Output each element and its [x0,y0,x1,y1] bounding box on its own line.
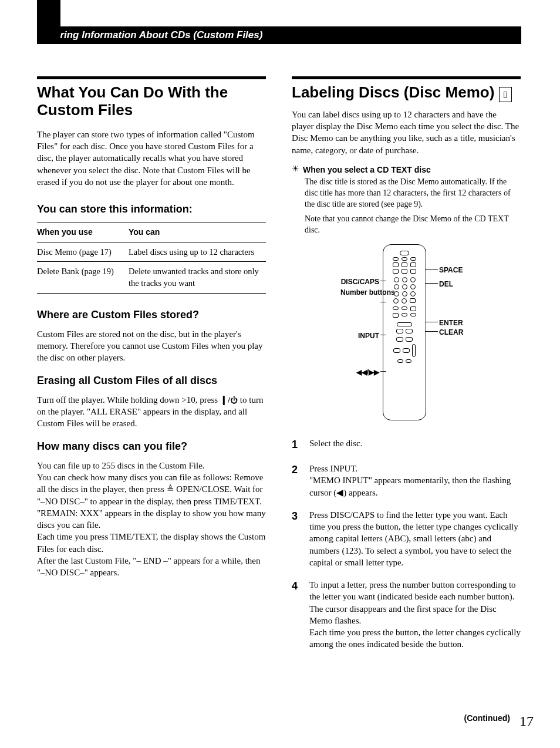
remote-control-icon: ▯ [499,87,512,102]
erasing-heading: Erasing all Custom Files of all discs [37,373,266,388]
diagram-label-input: INPUT [352,331,379,341]
steps-list: 1 Select the disc. 2 Press INPUT. "MEMO … [292,437,521,651]
table-cell: Disc Memo (page 17) [37,242,129,261]
diagram-label-enter: ENTER [439,318,463,328]
power-prefix: ❙/ [220,395,230,405]
tip-row: ☀ When you select a CD TEXT disc [292,164,521,176]
tip-body-2: Note that you cannot change the Disc Mem… [305,214,521,236]
power-icon: ⏻ [230,396,238,405]
table-header-when: When you use [37,223,129,242]
tip-body-1: The disc title is stored as the Disc Mem… [305,177,521,210]
table-cell: Label discs using up to 12 characters [129,242,266,261]
continued-label: (Continued) [464,713,510,725]
step-body: Press DISC/CAPS to find the letter type … [309,509,521,568]
page-header-bar: Storing Information About CDs (Custom Fi… [37,26,521,44]
diagram-label-number-buttons: Number buttons [340,289,379,296]
intro-paragraph: The player can store two types of inform… [37,129,266,188]
page-number: 17 [519,712,534,732]
tip-icon: ☀ [292,164,299,176]
right-column: Labeling Discs (Disc Memo) ▯ You can lab… [292,76,521,661]
content-columns: What You Can Do With the Custom Files Th… [0,44,560,661]
how-many-para: You can file up to 255 discs in the Cust… [37,460,266,579]
header-spine-block [37,0,60,44]
labeling-intro: You can label discs using up to 12 chara… [292,109,521,156]
table-cell: Delete unwanted tracks and store only th… [129,262,266,294]
step-body: To input a letter, press the number butt… [309,579,521,651]
diagram-label-del: DEL [439,279,453,289]
step-body: Press INPUT. "MEMO INPUT" appears moment… [309,463,521,498]
section-rule [37,76,266,79]
section-title-custom-files: What You Can Do With the Custom Files [37,84,266,119]
how-many-heading: How many discs can you file? [37,439,266,454]
table-row: Delete Bank (page 19) Delete unwanted tr… [37,262,266,294]
step-number: 3 [292,509,301,524]
diagram-label-disccaps: DISC/CAPS [331,277,379,287]
step-body: Select the disc. [309,437,362,449]
section-rule [292,76,521,79]
step-item: 1 Select the disc. [292,437,521,452]
step-item: 3 Press DISC/CAPS to find the letter typ… [292,509,521,568]
where-stored-heading: Where are Custom Files stored? [37,308,266,322]
step-item: 2 Press INPUT. "MEMO INPUT" appears mome… [292,463,521,498]
table-cell: Delete Bank (page 19) [37,262,129,294]
erasing-para: Turn off the player. While holding down … [37,394,266,430]
step-number: 2 [292,463,301,477]
where-stored-para: Custom Files are stored not on the disc,… [37,328,266,364]
step-item: 4 To input a letter, press the number bu… [292,579,521,651]
step-number: 4 [292,579,301,594]
page-header-title: Storing Information About CDs (Custom Fi… [37,28,262,42]
left-column: What You Can Do With the Custom Files Th… [37,76,266,661]
store-info-table: When you use You can Disc Memo (page 17)… [37,223,266,293]
diagram-label-skip: ◀◀/▶▶ [344,368,379,378]
remote-diagram: SPACE DEL ENTER CLEAR DISC/CAPS Number b… [324,244,488,423]
diagram-label-space: SPACE [439,265,463,275]
table-header-youcan: You can [129,223,266,242]
section-title-labeling: Labeling Discs (Disc Memo) [292,84,494,102]
erase-text-a: Turn off the player. While holding down … [37,395,220,405]
table-row: Disc Memo (page 17) Label discs using up… [37,242,266,261]
store-info-heading: You can store this information: [37,202,266,217]
remote-outline [383,244,426,420]
tip-title: When you select a CD TEXT disc [303,164,431,176]
step-number: 1 [292,437,301,452]
diagram-label-clear: CLEAR [439,328,463,338]
